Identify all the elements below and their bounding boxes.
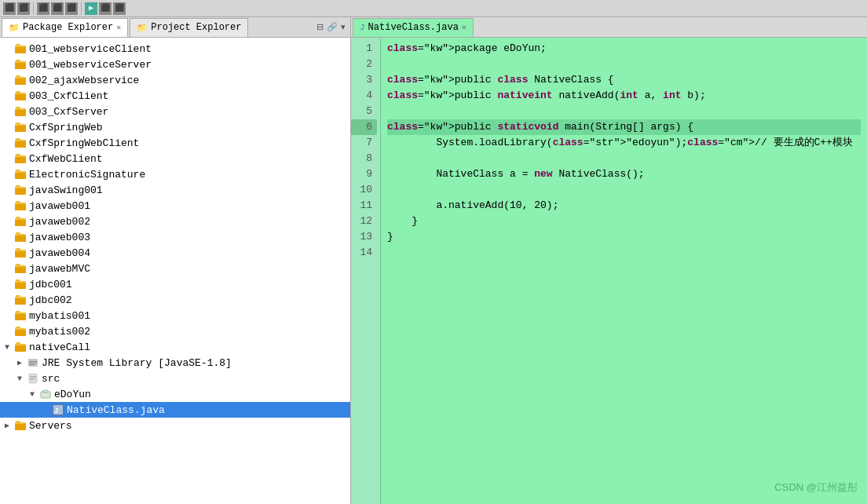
toolbar-icon-4[interactable]: ⬛ <box>51 2 64 15</box>
line-number-1: 1 <box>351 41 377 57</box>
tree-icon-project <box>14 419 27 432</box>
tree-arrow[interactable]: ▼ <box>17 374 27 383</box>
tab-package-explorer-label: Package Explorer <box>23 22 113 33</box>
tab-nativeclass-java[interactable]: J NativeClass.java ✕ <box>353 18 474 37</box>
line-number-10: 10 <box>351 182 377 198</box>
svg-rect-38 <box>16 232 20 236</box>
tree-item-label: CxfSpringWebClient <box>29 137 139 149</box>
view-menu-button[interactable]: ▾ <box>341 22 346 32</box>
line-number-5: 5 <box>351 104 377 119</box>
tree-item-eDoYun-package[interactable]: ▼eDoYun <box>0 386 350 402</box>
tree-arrow[interactable]: ▼ <box>5 343 14 352</box>
svg-rect-7 <box>15 79 26 85</box>
tree-item-CxfSpringWeb[interactable]: CxfSpringWeb <box>0 119 350 135</box>
tree-item-NativeClass.java[interactable]: JNativeClass.java <box>0 402 350 418</box>
tree-item-001_webserviceServer[interactable]: 001_webserviceServer <box>0 57 350 72</box>
tree-item-mybatis002[interactable]: mybatis002 <box>0 323 350 339</box>
tree-item-002_ajaxWebservice[interactable]: 002_ajaxWebservice <box>0 72 350 88</box>
tree-item-CxfWebClient[interactable]: CxfWebClient <box>0 151 350 166</box>
left-panel-tab-bar: 📁 Package Explorer ✕ 📁 Project Explorer … <box>0 17 350 38</box>
tree-item-jre-system-library[interactable]: ▶JRE System Library [JavaSE-1.8] <box>0 355 350 371</box>
tree-item-jdbc001[interactable]: jdbc001 <box>0 276 350 292</box>
editor-tab-close[interactable]: ✕ <box>462 23 466 32</box>
tab-project-explorer[interactable]: 📁 Project Explorer <box>130 18 248 37</box>
toolbar-icon-7[interactable]: ⬛ <box>99 2 112 15</box>
svg-rect-37 <box>15 236 26 242</box>
toolbar-icon-6[interactable]: ▶ <box>85 2 97 15</box>
tree-item-label: 001_webserviceServer <box>29 59 152 71</box>
svg-rect-25 <box>15 173 26 179</box>
main-toolbar: ⬛ ⬛ ⬛ ⬛ ⬛ ▶ ⬛ ⬛ <box>0 0 867 17</box>
tree-item-javaweb002[interactable]: javaweb002 <box>0 214 350 229</box>
tree-item-label: 003_CxfServer <box>29 106 108 118</box>
toolbar-icon-8[interactable]: ⬛ <box>113 2 126 15</box>
toolbar-icon-1[interactable]: ⬛ <box>3 2 16 15</box>
tab-package-explorer-close[interactable]: ✕ <box>116 23 121 32</box>
line-number-8: 8 <box>351 151 377 166</box>
svg-rect-26 <box>16 170 20 173</box>
tree-item-javaweb003[interactable]: javaweb003 <box>0 229 350 245</box>
tree-item-label: mybatis002 <box>29 326 90 338</box>
tree-item-javaSwing001[interactable]: javaSwing001 <box>0 182 350 198</box>
tab-actions: ⊟ 🔗 ▾ <box>316 22 349 32</box>
tree-item-label: javaweb002 <box>29 216 90 228</box>
toolbar-icon-5[interactable]: ⬛ <box>65 2 78 15</box>
tree-item-label: jdbc002 <box>29 294 72 306</box>
tree-item-src[interactable]: ▼src <box>0 371 350 386</box>
tree-item-nativeCall[interactable]: ▼nativeCall <box>0 339 350 355</box>
tree-item-label: eDoYun <box>54 389 91 400</box>
tree-icon-project <box>14 74 27 86</box>
code-line-3: class="kw">public class NativeClass { <box>387 72 861 88</box>
tree-item-label: Servers <box>29 420 72 432</box>
line-numbers: 1234567891011121314 <box>351 38 381 504</box>
svg-rect-70 <box>43 390 48 393</box>
tree-item-003_CxfClient[interactable]: 003_CxfClient <box>0 88 350 104</box>
tree-icon-project <box>14 89 27 102</box>
svg-rect-56 <box>16 327 20 330</box>
code-line-6: class="kw">public static void main(Strin… <box>387 119 861 135</box>
toolbar-separator-2 <box>81 2 82 15</box>
tree-item-javawebMVC[interactable]: javawebMVC <box>0 261 350 276</box>
tree-item-ElectronicSignature[interactable]: ElectronicSignature <box>0 166 350 182</box>
tree-icon-project <box>14 215 27 228</box>
tree-item-javaweb004[interactable]: javaweb004 <box>0 245 350 261</box>
tree-item-001_webserviceClient[interactable]: 001_webserviceClient <box>0 41 350 57</box>
svg-rect-61 <box>29 361 37 362</box>
code-line-4: class="kw">public native int nativeAdd(i… <box>387 88 861 104</box>
link-with-editor-button[interactable]: 🔗 <box>327 22 338 32</box>
svg-rect-29 <box>16 185 20 188</box>
tree-item-javaweb001[interactable]: javaweb001 <box>0 198 350 214</box>
tree-item-003_CxfServer[interactable]: 003_CxfServer <box>0 104 350 119</box>
line-number-6: 6 <box>351 119 377 135</box>
tree-icon-package <box>39 388 52 400</box>
code-line-2 <box>387 57 861 72</box>
code-line-1: class="kw">package eDoYun; <box>387 41 861 57</box>
tree-arrow[interactable]: ▶ <box>5 421 14 430</box>
tree-arrow[interactable]: ▶ <box>17 358 27 367</box>
main-area: 📁 Package Explorer ✕ 📁 Project Explorer … <box>0 17 867 504</box>
tree-item-jdbc002[interactable]: jdbc002 <box>0 292 350 308</box>
collapse-all-button[interactable]: ⊟ <box>316 22 324 32</box>
tree-item-label: javawebMVC <box>29 263 90 275</box>
tree-item-Servers[interactable]: ▶Servers <box>0 418 350 433</box>
tree-item-mybatis001[interactable]: mybatis001 <box>0 308 350 323</box>
svg-rect-41 <box>16 248 20 251</box>
tree-item-label: 003_CxfClient <box>29 90 108 102</box>
tree-icon-project <box>14 42 27 55</box>
code-line-7: System.loadLibrary(class="str">"edoyun")… <box>387 135 861 151</box>
svg-rect-50 <box>16 295 20 298</box>
code-area[interactable]: class="kw">package eDoYun; class="kw">pu… <box>381 38 867 504</box>
toolbar-icon-3[interactable]: ⬛ <box>37 2 49 15</box>
tree-icon-project <box>14 278 27 290</box>
tab-package-explorer[interactable]: 📁 Package Explorer ✕ <box>2 18 128 37</box>
watermark: CSDN @江州益彤 <box>774 480 858 495</box>
tree-item-CxfSpringWebClient[interactable]: CxfSpringWebClient <box>0 135 350 151</box>
code-line-11: a.nativeAdd(10, 20); <box>387 198 861 214</box>
tree-icon-project <box>14 325 27 338</box>
line-number-2: 2 <box>351 57 377 72</box>
toolbar-icon-2[interactable]: ⬛ <box>17 2 30 15</box>
tree-arrow[interactable]: ▼ <box>30 390 39 399</box>
svg-rect-67 <box>30 379 34 380</box>
toolbar-separator-1 <box>33 2 34 15</box>
code-line-14 <box>387 245 861 261</box>
